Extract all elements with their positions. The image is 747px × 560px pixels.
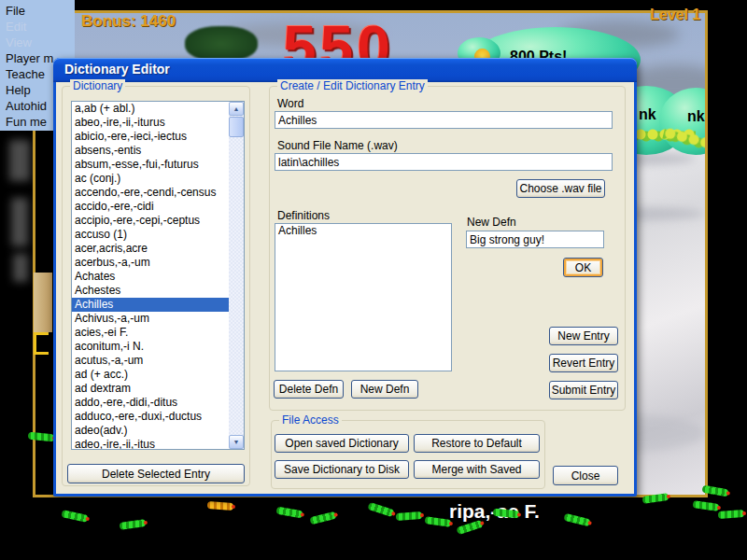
dictionary-list-item[interactable]: ad dextram xyxy=(72,382,229,396)
window-title: Dictionary Editor xyxy=(64,62,170,77)
new-defn-button[interactable]: New Defn xyxy=(351,380,418,399)
dictionary-list-item[interactable]: a,ab (+ abl.) xyxy=(72,102,229,116)
caterpillar-sprite xyxy=(120,519,147,530)
word-label: Word xyxy=(277,97,303,110)
dictionary-list-item[interactable]: Achilles xyxy=(72,298,229,312)
merge-with-saved-button[interactable]: Merge with Saved xyxy=(414,460,540,479)
dictionary-list-item[interactable]: adeo,-ire,-ii,-itus xyxy=(72,438,229,449)
dictionary-list-item[interactable]: accuso (1) xyxy=(72,228,229,242)
scrollbar-down-button[interactable]: ▼ xyxy=(229,435,244,449)
scrollbar-up-button[interactable]: ▲ xyxy=(229,102,244,116)
dictionary-list-item[interactable]: acerbus,-a,-um xyxy=(72,256,229,270)
save-dictionary-to-disk-button[interactable]: Save Dictionary to Disk xyxy=(275,460,409,479)
caterpillar-sprite xyxy=(693,500,720,511)
open-saved-dictionary-button[interactable]: Open saved Dictionary xyxy=(275,434,409,453)
ok-button[interactable]: OK xyxy=(563,258,603,277)
sound-file-input[interactable] xyxy=(275,153,613,171)
caterpillar-sprite xyxy=(207,501,233,511)
new-defn-label: New Defn xyxy=(467,216,516,229)
gold-bracket-fragment xyxy=(34,332,49,355)
definitions-list[interactable]: Achilles xyxy=(275,223,452,371)
dictionary-list[interactable]: a,ab (+ abl.)abeo,-ire,-ii,-iturusabicio… xyxy=(71,101,245,450)
dictionary-list-item[interactable]: adeo(adv.) xyxy=(72,424,229,438)
submit-entry-button[interactable]: Submit Entry xyxy=(549,381,618,399)
dictionary-list-item[interactable]: aconitum,-i N. xyxy=(72,340,229,354)
caterpillar-sprite xyxy=(367,502,394,517)
dictionary-list-item[interactable]: accido,-ere,-cidi xyxy=(72,200,229,214)
dictionary-list-item[interactable]: ad (+ acc.) xyxy=(72,368,229,382)
scrollbar-thumb[interactable] xyxy=(229,117,244,137)
caterpillar-sprite xyxy=(563,513,590,527)
new-entry-button[interactable]: New Entry xyxy=(549,327,618,345)
caterpillar-sprite xyxy=(276,507,303,519)
screen: 800 Pts! nk nk Bonus: 1460 Level 1 550 r… xyxy=(0,0,747,560)
menu-item-view: View xyxy=(0,35,75,50)
dictionary-group-label: Dictionary xyxy=(70,79,125,92)
caterpillar-sprite xyxy=(28,432,55,442)
dictionary-list-item[interactable]: abicio,-ere,-ieci,-iectus xyxy=(72,130,229,144)
dictionary-editor-window: Dictionary Editor Dictionary a,ab (+ abl… xyxy=(53,58,637,497)
caterpillar-sprite xyxy=(396,511,422,521)
restore-to-default-button[interactable]: Restore to Default xyxy=(414,434,540,453)
word-input[interactable] xyxy=(275,111,613,129)
dictionary-list-item[interactable]: adduco,-ere,-duxi,-ductus xyxy=(72,410,229,424)
new-defn-input[interactable] xyxy=(466,231,604,248)
dictionary-list-item[interactable]: Achestes xyxy=(72,284,229,298)
dictionary-list-item[interactable]: accipio,-ere,-cepi,-ceptus xyxy=(72,214,229,228)
dictionary-list-item[interactable]: absum,-esse,-fui,-futurus xyxy=(72,158,229,172)
caterpillar-sprite xyxy=(718,510,744,519)
creature-label: nk xyxy=(687,108,705,125)
dictionary-list-item[interactable]: abeo,-ire,-ii,-iturus xyxy=(72,116,229,130)
dictionary-list-item[interactable]: addo,-ere,-didi,-ditus xyxy=(72,396,229,410)
dictionary-list-rows: a,ab (+ abl.)abeo,-ire,-ii,-iturusabicio… xyxy=(72,102,229,449)
creature-label: nk xyxy=(639,106,656,123)
dictionary-list-item[interactable]: Achivus,-a,-um xyxy=(72,312,229,326)
close-button[interactable]: Close xyxy=(553,466,618,485)
dictionary-list-item[interactable]: Achates xyxy=(72,270,229,284)
dictionary-list-item[interactable]: ac (conj.) xyxy=(72,172,229,186)
file-access-group-label: File Access xyxy=(279,413,342,427)
revert-entry-button[interactable]: Revert Entry xyxy=(549,354,618,372)
game-border-fragment xyxy=(34,273,52,332)
dictionary-list-item[interactable]: accendo,-ere,-cendi,-census xyxy=(72,186,229,200)
bonus-score-label: Bonus: 1460 xyxy=(81,12,176,31)
dialog-body: Dictionary a,ab (+ abl.)abeo,-ire,-ii,-i… xyxy=(56,82,634,494)
definition-item[interactable]: Achilles xyxy=(275,224,451,238)
caterpillar-sprite xyxy=(309,511,336,525)
caterpillar-sprite xyxy=(61,510,88,523)
tree-sprite xyxy=(185,26,258,62)
create-edit-entry-group-label: Create / Edit Dictionary Entry xyxy=(277,79,428,92)
sound-file-label: Sound File Name (.wav) xyxy=(277,139,398,152)
delete-selected-entry-button[interactable]: Delete Selected Entry xyxy=(67,464,245,483)
caterpillar-sprite xyxy=(425,516,452,527)
dictionary-list-item[interactable]: acutus,-a,-um xyxy=(72,354,229,368)
dictionary-list-item[interactable]: acies,-ei F. xyxy=(72,326,229,340)
dictionary-list-scrollbar[interactable]: ▲ ▼ xyxy=(229,102,244,449)
level-label: Level 1 xyxy=(650,7,700,23)
menu-item-file[interactable]: File xyxy=(0,3,75,19)
definitions-label: Definitions xyxy=(277,209,330,222)
dictionary-list-item[interactable]: acer,acris,acre xyxy=(72,242,229,256)
dictionary-list-item[interactable]: absens,-entis xyxy=(72,144,229,158)
choose-wav-button[interactable]: Choose .wav file xyxy=(516,179,605,198)
menu-item-edit: Edit xyxy=(0,19,75,35)
delete-defn-button[interactable]: Delete Defn xyxy=(274,380,344,399)
